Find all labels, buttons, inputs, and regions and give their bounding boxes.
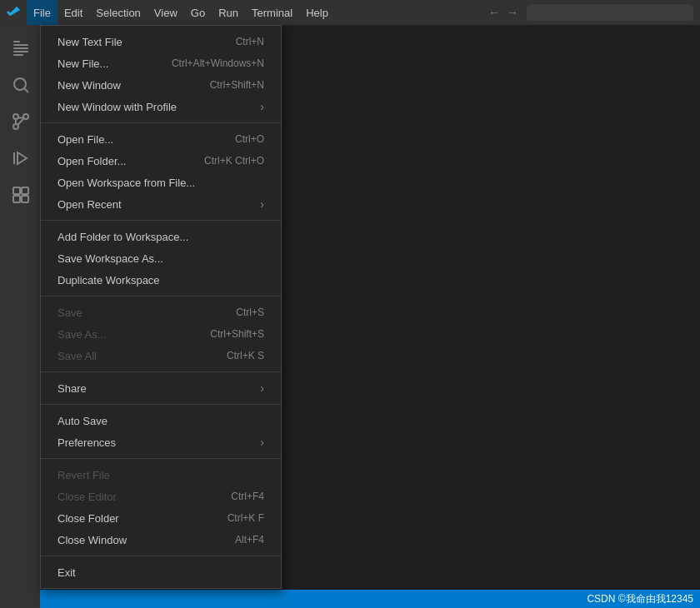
search-box[interactable] [527, 4, 693, 21]
svg-rect-18 [22, 196, 28, 202]
menu-item-selection[interactable]: Selection [89, 0, 147, 25]
svg-rect-1 [13, 44, 28, 46]
submenu-arrow-icon: › [260, 197, 264, 211]
item-label: Preferences [58, 436, 257, 449]
dropdown-item-new-text-file[interactable]: New Text FileCtrl+N [41, 31, 281, 52]
dropdown-item-new-file[interactable]: New File...Ctrl+Alt+Windows+N [41, 52, 281, 74]
menu-section-6: Revert FileClose EditorCtrl+F4Close Fold… [41, 462, 281, 552]
menu-separator-1 [41, 220, 281, 221]
svg-rect-2 [13, 47, 28, 49]
item-shortcut: Ctrl+S [236, 306, 264, 318]
item-label: New Window with Profile [58, 101, 257, 113]
item-label: Add Folder to Workspace... [58, 231, 264, 243]
dropdown-item-open-file[interactable]: Open File...Ctrl+O [41, 128, 281, 150]
dropdown-item-open-workspace-from-file[interactable]: Open Workspace from File... [41, 172, 281, 193]
menu-item-help[interactable]: Help [299, 0, 335, 25]
item-label: New Text File [58, 36, 222, 48]
explorer-activity-icon[interactable] [3, 32, 37, 65]
item-shortcut: Ctrl+O [235, 133, 264, 145]
dropdown-item-save-all: Save AllCtrl+K S [41, 345, 281, 366]
menu-bar: FileEditSelectionViewGoRunTerminalHelp [27, 0, 487, 25]
submenu-arrow-icon: › [260, 436, 264, 449]
menu-section-0: New Text FileCtrl+NNew File...Ctrl+Alt+W… [41, 29, 281, 119]
item-shortcut: Alt+F4 [235, 534, 264, 546]
nav-back-button[interactable]: ← [487, 4, 502, 21]
dropdown-item-auto-save[interactable]: Auto Save [41, 410, 281, 431]
item-shortcut: Ctrl+Shift+N [210, 79, 264, 91]
dropdown-item-open-folder[interactable]: Open Folder...Ctrl+K Ctrl+O [41, 150, 281, 172]
item-shortcut: Ctrl+F4 [231, 491, 264, 502]
dropdown-item-preferences[interactable]: Preferences› [41, 431, 281, 453]
item-label: Save As... [58, 328, 197, 341]
dropdown-item-share[interactable]: Share› [41, 377, 281, 399]
menu-separator-6 [41, 556, 281, 556]
vscode-logo-icon [7, 6, 20, 19]
menu-section-7: Exit [41, 560, 281, 585]
dropdown-item-close-editor: Close EditorCtrl+F4 [41, 486, 281, 507]
item-label: New File... [58, 57, 158, 70]
item-label: Open File... [58, 133, 222, 146]
dropdown-item-new-window[interactable]: New WindowCtrl+Shift+N [41, 74, 281, 96]
menu-section-1: Open File...Ctrl+OOpen Folder...Ctrl+K C… [41, 127, 281, 217]
activity-bar [0, 25, 40, 608]
dropdown-item-revert-file: Revert File [41, 464, 281, 486]
dropdown-item-close-window[interactable]: Close WindowAlt+F4 [41, 529, 281, 551]
dropdown-item-save-workspace-as[interactable]: Save Workspace As... [41, 247, 281, 269]
item-label: Share [58, 382, 257, 395]
submenu-arrow-icon: › [260, 100, 264, 113]
menu-separator-4 [41, 404, 281, 405]
item-label: Save Workspace As... [58, 252, 264, 265]
dropdown-item-duplicate-workspace[interactable]: Duplicate Workspace [41, 269, 281, 291]
dropdown-item-add-folder-to-workspace[interactable]: Add Folder to Workspace... [41, 226, 281, 247]
file-dropdown-menu: New Text FileCtrl+NNew File...Ctrl+Alt+W… [40, 25, 282, 589]
menu-item-view[interactable]: View [148, 0, 184, 25]
menu-separator-0 [41, 122, 281, 123]
run-activity-icon[interactable] [3, 142, 37, 175]
svg-rect-4 [13, 54, 23, 56]
status-text: CSDN ©我命由我12345 [587, 592, 693, 606]
dropdown-item-exit[interactable]: Exit [41, 561, 281, 583]
dropdown-item-new-window-with-profile[interactable]: New Window with Profile› [41, 96, 281, 117]
menu-section-2: Add Folder to Workspace...Save Workspace… [41, 224, 281, 292]
svg-rect-3 [13, 51, 28, 52]
item-label: Save [58, 306, 222, 319]
svg-point-7 [13, 114, 18, 119]
extensions-activity-icon[interactable] [3, 178, 37, 212]
dropdown-item-open-recent[interactable]: Open Recent› [41, 193, 281, 215]
svg-rect-16 [22, 187, 28, 194]
item-label: Close Editor [58, 491, 218, 503]
item-shortcut: Ctrl+K Ctrl+O [204, 155, 264, 167]
item-label: Close Window [58, 534, 222, 546]
item-label: Save All [58, 350, 213, 362]
svg-point-5 [14, 78, 26, 90]
search-activity-icon[interactable] [3, 68, 37, 102]
nav-arrows: ← → [487, 4, 520, 21]
svg-line-6 [25, 89, 29, 93]
item-label: Open Folder... [58, 155, 191, 167]
menu-item-terminal[interactable]: Terminal [245, 0, 299, 25]
menu-separator-3 [41, 371, 281, 372]
item-label: Exit [58, 566, 264, 579]
submenu-arrow-icon: › [260, 381, 264, 395]
item-shortcut: Ctrl+K S [227, 350, 264, 361]
menu-item-go[interactable]: Go [184, 0, 212, 25]
menu-item-file[interactable]: File [27, 0, 58, 25]
menu-section-3: SaveCtrl+SSave As...Ctrl+Shift+SSave All… [41, 300, 281, 368]
item-label: New Window [58, 79, 197, 92]
menu-item-run[interactable]: Run [212, 0, 245, 25]
item-shortcut: Ctrl+K F [228, 512, 264, 524]
titlebar: FileEditSelectionViewGoRunTerminalHelp ←… [0, 0, 700, 25]
nav-forward-button[interactable]: → [505, 4, 520, 21]
menu-separator-5 [41, 458, 281, 459]
menu-item-edit[interactable]: Edit [58, 0, 89, 25]
menu-section-4: Share› [41, 376, 281, 401]
item-label: Duplicate Workspace [58, 274, 264, 287]
item-shortcut: Ctrl+Shift+S [210, 328, 264, 340]
item-label: Auto Save [58, 415, 264, 427]
svg-line-12 [18, 119, 23, 125]
menu-separator-2 [41, 296, 281, 297]
dropdown-item-close-folder[interactable]: Close FolderCtrl+K F [41, 507, 281, 529]
svg-rect-0 [13, 41, 20, 42]
svg-rect-15 [13, 187, 20, 194]
source-control-activity-icon[interactable] [3, 105, 37, 138]
